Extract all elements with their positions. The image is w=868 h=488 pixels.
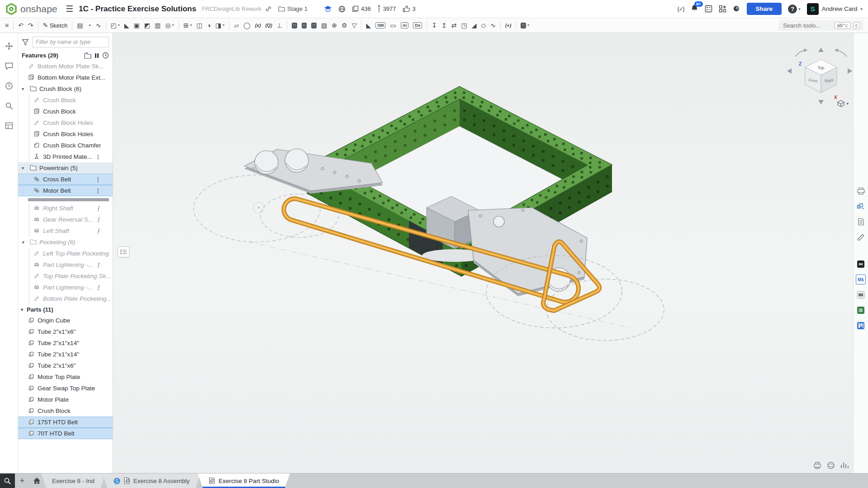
document-panel-icon[interactable] (856, 217, 866, 227)
viewport-tool-3-icon[interactable] (840, 460, 849, 470)
design-system-icon[interactable]: Ds (411, 21, 424, 30)
app-dark-icon[interactable] (856, 259, 866, 269)
mate-connector-flag-icon[interactable]: ⋮ (95, 188, 101, 194)
revolve-icon[interactable]: ◔ (85, 21, 93, 30)
display-filter-icon[interactable]: ▽ (350, 21, 359, 30)
part-item[interactable]: Tube 2"x1"x6" (18, 326, 113, 337)
export-icon[interactable]: ↧ (429, 21, 439, 30)
split-icon[interactable]: ◨▾ (213, 21, 227, 30)
part-item[interactable]: Motor Top Plate (18, 371, 113, 383)
corner-icon[interactable]: ◢ (470, 21, 479, 30)
mate-connector-flag-icon[interactable]: ⋮ (95, 228, 101, 234)
appearance-icon[interactable]: ▧ (319, 21, 329, 30)
mate-connector-flag-icon[interactable]: ⋮ (95, 205, 101, 212)
properties-icon[interactable] (4, 121, 14, 131)
publish-icon[interactable]: ↥ (439, 21, 449, 30)
feature-item[interactable]: Crush Block Chamfer (18, 140, 113, 151)
custom-feature-menu-icon[interactable]: ∷▾ (518, 21, 531, 30)
suppress-pause-icon[interactable] (95, 53, 99, 58)
user-menu[interactable]: S Andrew Card ▾ (807, 3, 863, 15)
new-folder-icon[interactable] (84, 52, 91, 59)
lighten-feature-icon[interactable]: ∷ (299, 21, 309, 30)
tab-exercise-8-ind[interactable]: Exercise 8 - Ind (41, 474, 105, 488)
viewport-tool-1-icon[interactable] (812, 460, 822, 470)
feature-item[interactable]: Crush Block Holes (18, 117, 113, 128)
rollback-history-icon[interactable] (102, 52, 109, 59)
feature-item[interactable]: Crush Block Holes (18, 128, 113, 140)
measure-icon[interactable]: (Q) (263, 22, 275, 29)
feature-item[interactable]: Bottom Motor Plate Ext... (18, 72, 113, 83)
featurescript-icon[interactable]: {✓} (678, 6, 684, 12)
mate-connector-flag-icon[interactable]: ⋮ (95, 154, 101, 160)
boolean-icon[interactable]: ◑ (205, 21, 213, 30)
measure-panel-icon[interactable] (856, 232, 866, 242)
app-robot-icon[interactable] (856, 290, 866, 300)
parts-header[interactable]: ▾ Parts (11) (18, 304, 113, 315)
feature-item[interactable]: Bottom Plate Pocketing... (18, 293, 113, 304)
insert-plus-icon[interactable]: (+) (503, 22, 513, 29)
view-right-arrow[interactable] (848, 68, 852, 74)
viewport-tool-2-icon[interactable] (826, 460, 836, 470)
feature-item[interactable]: Motor Belt⋮ (18, 185, 113, 196)
selection-tool-icon[interactable] (4, 41, 14, 51)
print-icon[interactable] (856, 186, 866, 196)
part-item[interactable]: Gear Swap Top Plate (18, 383, 113, 394)
feature-item[interactable]: Cross Belt⋮ (18, 174, 113, 185)
home-tab-button[interactable] (29, 474, 44, 488)
3d-viewport[interactable]: Top Front Right Z X ▾ (113, 33, 853, 473)
part-item[interactable]: 70T HTD Belt (18, 428, 113, 439)
feature-item[interactable]: Bottom Motor Plate Sk... (18, 61, 113, 72)
anchor-icon[interactable]: ⊕ (329, 21, 339, 30)
chevron-down-icon[interactable]: ▾ (22, 240, 27, 245)
chamfer-icon[interactable]: ◣ (122, 21, 132, 30)
plane-icon[interactable]: ▱ (232, 21, 241, 30)
search-tools[interactable]: alt/⌥ c (778, 20, 863, 31)
linear-pattern-icon[interactable]: ⊞▾ (181, 21, 194, 30)
sheet-metal-icon[interactable]: SM (373, 21, 388, 30)
view-down-arrow[interactable] (818, 100, 824, 104)
tag-icon[interactable]: ◇ (479, 21, 489, 30)
hole-icon[interactable]: ◎▾ (163, 21, 176, 30)
view-cube[interactable]: Top Front Right Z X (787, 47, 852, 104)
search-icon[interactable] (4, 101, 14, 111)
mate-connector-flag-icon[interactable]: ⋮ (95, 217, 101, 223)
feature-item[interactable]: Crush Block (18, 95, 113, 106)
ai-tool-icon[interactable]: Ai (398, 21, 411, 30)
feature-flyout-button[interactable] (118, 246, 129, 257)
drawing-icon[interactable]: ◳ (459, 21, 470, 30)
feature-item[interactable]: Left Top Plate Pocketing (18, 248, 113, 259)
sketch-icon[interactable]: ✎Sketch (41, 21, 70, 30)
document-search-icon[interactable] (0, 474, 15, 488)
feature-item[interactable]: Part Lightening -...⋮ (18, 282, 113, 293)
app-sheet-icon[interactable] (856, 305, 866, 315)
part-item[interactable]: Tube 2"x1"x14" (18, 349, 113, 360)
link-icon[interactable] (265, 5, 272, 12)
part-item[interactable]: Motor Plate (18, 394, 113, 405)
extrude-icon[interactable]: ▤ (75, 21, 85, 30)
new-tab-button[interactable]: + (15, 474, 29, 488)
app-mk-icon[interactable]: Mk (856, 275, 866, 284)
label-icon[interactable]: ▭ (388, 21, 398, 30)
onshape-logo[interactable]: onshape (5, 3, 57, 15)
workspace-selector[interactable]: Stage 1 (278, 5, 308, 12)
sheet-metal-ruler-icon[interactable]: ◣ (364, 21, 373, 30)
comments-icon[interactable] (4, 61, 14, 71)
sphere-icon[interactable]: ◯ (241, 21, 253, 30)
view-options-button[interactable]: ▾ (837, 100, 849, 107)
learning-center-button[interactable] (733, 5, 740, 13)
fillet-icon[interactable]: ◰▾ (109, 21, 122, 30)
document-menu-icon[interactable]: ☰ (66, 5, 73, 13)
feature-item[interactable]: ▾Crush Block (6) (18, 83, 113, 95)
feature-item[interactable]: Part Lightening -...⋮ (18, 259, 113, 270)
feature-item[interactable]: Crush Block (18, 106, 113, 117)
versions-icon[interactable] (4, 81, 14, 91)
variable-icon[interactable]: (x) (253, 22, 263, 29)
feature-item[interactable]: ▾Powertrain (5) (18, 162, 113, 174)
rotate-cw-icon[interactable] (804, 48, 807, 52)
sweep-icon[interactable]: ∿ (94, 21, 104, 30)
view-up-arrow[interactable] (818, 47, 824, 52)
gear-feature-icon[interactable]: ∷ (309, 21, 319, 30)
search-tools-input[interactable] (782, 22, 832, 29)
mate-connector-flag-icon[interactable]: ⋮ (95, 284, 101, 291)
app-store-button[interactable] (719, 5, 726, 13)
